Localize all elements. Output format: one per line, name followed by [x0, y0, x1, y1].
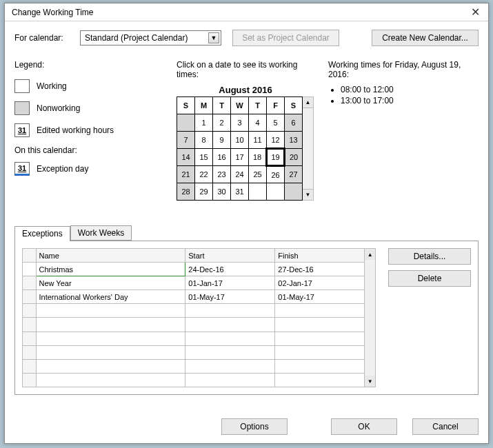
calendar-dow-header: T — [213, 97, 231, 114]
calendar-day-cell[interactable]: 19 — [267, 149, 285, 166]
exception-cell-name[interactable] — [36, 373, 185, 387]
exceptions-header-start[interactable]: Start — [185, 249, 275, 263]
calendar-day-cell[interactable]: 13 — [285, 132, 303, 149]
calendar-day-cell[interactable]: 15 — [195, 149, 213, 166]
exception-cell-name[interactable]: New Year — [36, 276, 185, 290]
exception-cell-start[interactable] — [185, 345, 275, 359]
working-time-item: 13:00 to 17:00 — [341, 96, 479, 105]
calendar-dow-header: M — [195, 97, 213, 114]
exception-cell-start[interactable]: 01-Jan-17 — [185, 276, 275, 290]
exception-cell-start[interactable]: 01-May-17 — [185, 290, 275, 304]
close-icon[interactable]: ✕ — [467, 6, 484, 19]
exceptions-header-finish[interactable]: Finish — [275, 249, 365, 263]
calendar-day-cell[interactable]: 29 — [195, 183, 213, 201]
exception-cell-start[interactable] — [185, 359, 275, 373]
exception-cell-finish[interactable]: 27-Dec-16 — [275, 263, 365, 276]
legend-working-label: Working — [37, 81, 67, 91]
exception-row[interactable] — [23, 304, 365, 318]
exception-row[interactable]: Christmas24-Dec-1627-Dec-16 — [23, 263, 365, 276]
exception-row[interactable] — [23, 359, 365, 373]
ok-button[interactable]: OK — [331, 418, 397, 435]
details-button[interactable]: Details... — [388, 248, 471, 265]
exception-cell-finish[interactable]: 01-May-17 — [275, 290, 365, 304]
calendar-day-cell[interactable]: 28 — [177, 183, 195, 201]
scroll-down-icon[interactable]: ▼ — [365, 376, 375, 387]
exception-row[interactable] — [23, 373, 365, 387]
for-calendar-label: For calendar: — [14, 33, 73, 43]
exceptions-table[interactable]: NameStartFinishChristmas24-Dec-1627-Dec-… — [22, 248, 365, 387]
calendar-day-cell[interactable]: 22 — [195, 166, 213, 183]
titlebar: Change Working Time ✕ — [5, 3, 488, 21]
exception-cell-finish[interactable] — [275, 359, 365, 373]
calendar-day-cell — [249, 183, 267, 201]
calendar-day-cell[interactable]: 18 — [249, 149, 267, 166]
calendar-day-cell[interactable]: 5 — [267, 114, 285, 132]
exception-cell-name[interactable]: International Workers' Day — [36, 290, 185, 304]
calendar-day-cell[interactable]: 26 — [267, 166, 285, 183]
exception-cell-name[interactable] — [36, 304, 185, 318]
exception-cell-name[interactable] — [36, 318, 185, 332]
scroll-up-icon[interactable]: ▲ — [303, 97, 313, 108]
calendar-day-cell[interactable]: 7 — [177, 132, 195, 149]
options-button[interactable]: Options — [221, 418, 288, 435]
exception-row[interactable]: International Workers' Day01-May-1701-Ma… — [23, 290, 365, 304]
exception-row[interactable] — [23, 318, 365, 332]
calendar-day-cell[interactable]: 31 — [231, 183, 249, 201]
calendar-day-cell[interactable]: 12 — [267, 132, 285, 149]
exception-cell-start[interactable] — [185, 373, 275, 387]
scroll-down-icon[interactable]: ▼ — [303, 189, 313, 200]
working-time-item: 08:00 to 12:00 — [341, 85, 479, 94]
delete-button[interactable]: Delete — [388, 270, 471, 287]
exception-cell-name[interactable] — [36, 359, 185, 373]
exception-row[interactable]: New Year01-Jan-1702-Jan-17 — [23, 276, 365, 290]
create-new-calendar-button[interactable]: Create New Calendar... — [372, 30, 479, 46]
calendar-day-cell[interactable]: 11 — [249, 132, 267, 149]
exception-cell-finish[interactable] — [275, 304, 365, 318]
calendar-day-cell[interactable]: 24 — [231, 166, 249, 183]
calendar-day-cell[interactable]: 17 — [231, 149, 249, 166]
calendar-day-cell[interactable]: 9 — [213, 132, 231, 149]
exception-cell-finish[interactable] — [275, 345, 365, 359]
cancel-button[interactable]: Cancel — [412, 418, 479, 435]
exception-cell-start[interactable] — [185, 304, 275, 318]
calendar-scrollbar[interactable]: ▲ ▼ — [303, 96, 314, 201]
calendar-day-cell[interactable]: 20 — [285, 149, 303, 166]
exception-cell-finish[interactable] — [275, 373, 365, 387]
calendar-day-cell[interactable]: 16 — [213, 149, 231, 166]
exceptions-scrollbar[interactable]: ▲ ▼ — [365, 248, 376, 387]
calendar-day-cell[interactable]: 21 — [177, 166, 195, 183]
exceptions-header-name[interactable]: Name — [36, 249, 185, 263]
calendar-day-cell[interactable]: 4 — [249, 114, 267, 132]
calendar-day-cell[interactable]: 2 — [213, 114, 231, 132]
calendar-day-cell[interactable]: 27 — [285, 166, 303, 183]
legend-heading: Legend: — [14, 60, 163, 70]
calendar-select[interactable]: Standard (Project Calendar) ▼ — [80, 30, 221, 45]
exception-cell-name[interactable] — [36, 332, 185, 345]
exception-cell-name[interactable]: Christmas — [36, 263, 185, 276]
calendar-day-cell — [267, 183, 285, 201]
calendar-day-cell[interactable]: 8 — [195, 132, 213, 149]
exception-cell-finish[interactable] — [275, 318, 365, 332]
exception-cell-finish[interactable] — [275, 332, 365, 345]
exception-cell-start[interactable]: 24-Dec-16 — [185, 263, 275, 276]
calendar-day-cell[interactable]: 30 — [213, 183, 231, 201]
exception-cell-finish[interactable]: 02-Jan-17 — [275, 276, 365, 290]
tab-work-weeks[interactable]: Work Weeks — [70, 225, 132, 241]
calendar-grid[interactable]: SMTWTFS123456789101112131415161718192021… — [177, 96, 303, 201]
exception-cell-start[interactable] — [185, 332, 275, 345]
calendar-day-cell[interactable]: 25 — [249, 166, 267, 183]
exception-cell-name[interactable] — [36, 345, 185, 359]
scroll-up-icon[interactable]: ▲ — [365, 249, 375, 260]
calendar-day-cell[interactable]: 10 — [231, 132, 249, 149]
calendar-day-cell[interactable]: 3 — [231, 114, 249, 132]
calendar-day-cell[interactable]: 1 — [195, 114, 213, 132]
tab-exceptions[interactable]: Exceptions — [14, 226, 70, 241]
exception-row[interactable] — [23, 332, 365, 345]
legend-working-swatch — [14, 79, 30, 93]
calendar-day-cell[interactable]: 6 — [285, 114, 303, 132]
exception-row[interactable] — [23, 345, 365, 359]
calendar-day-cell[interactable]: 14 — [177, 149, 195, 166]
calendar-day-cell[interactable]: 23 — [213, 166, 231, 183]
exception-cell-start[interactable] — [185, 318, 275, 332]
calendar-dow-header: W — [231, 97, 249, 114]
